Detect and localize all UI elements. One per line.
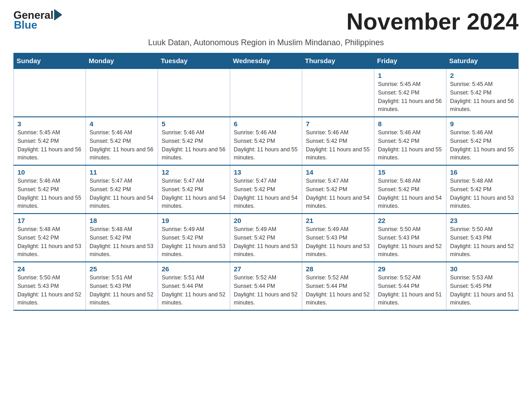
day-number: 29 bbox=[378, 265, 442, 273]
day-number: 22 bbox=[378, 217, 442, 224]
day-info: Sunrise: 5:52 AMSunset: 5:44 PMDaylight:… bbox=[306, 274, 370, 307]
day-number: 26 bbox=[162, 265, 226, 273]
day-number: 18 bbox=[90, 217, 154, 224]
calendar-cell bbox=[302, 68, 374, 117]
day-info: Sunrise: 5:46 AMSunset: 5:42 PMDaylight:… bbox=[17, 177, 82, 210]
day-info: Sunrise: 5:46 AMSunset: 5:42 PMDaylight:… bbox=[234, 128, 298, 162]
calendar-cell: 29Sunrise: 5:52 AMSunset: 5:44 PMDayligh… bbox=[374, 262, 446, 310]
day-number: 8 bbox=[378, 120, 442, 128]
day-info: Sunrise: 5:46 AMSunset: 5:42 PMDaylight:… bbox=[90, 128, 154, 162]
calendar-cell: 25Sunrise: 5:51 AMSunset: 5:43 PMDayligh… bbox=[86, 262, 158, 310]
day-number: 3 bbox=[17, 120, 82, 128]
location-subtitle: Luuk Datan, Autonomous Region in Muslim … bbox=[13, 38, 519, 47]
day-number: 1 bbox=[378, 72, 442, 79]
calendar-cell: 20Sunrise: 5:49 AMSunset: 5:42 PMDayligh… bbox=[230, 214, 302, 262]
day-info: Sunrise: 5:47 AMSunset: 5:42 PMDaylight:… bbox=[234, 177, 298, 210]
col-tuesday: Tuesday bbox=[158, 53, 230, 69]
day-info: Sunrise: 5:46 AMSunset: 5:42 PMDaylight:… bbox=[306, 128, 370, 162]
calendar-week-4: 17Sunrise: 5:48 AMSunset: 5:42 PMDayligh… bbox=[14, 214, 519, 262]
logo: General Blue bbox=[13, 9, 62, 31]
header-row: Sunday Monday Tuesday Wednesday Thursday… bbox=[14, 53, 519, 69]
day-number: 16 bbox=[450, 168, 515, 176]
day-number: 9 bbox=[450, 120, 515, 128]
day-info: Sunrise: 5:46 AMSunset: 5:42 PMDaylight:… bbox=[378, 128, 442, 162]
col-thursday: Thursday bbox=[302, 53, 374, 69]
logo-blue-text: Blue bbox=[14, 19, 62, 31]
day-number: 24 bbox=[17, 265, 82, 273]
day-number: 21 bbox=[306, 217, 370, 224]
day-info: Sunrise: 5:48 AMSunset: 5:42 PMDaylight:… bbox=[90, 225, 154, 259]
day-info: Sunrise: 5:45 AMSunset: 5:42 PMDaylight:… bbox=[378, 80, 442, 114]
calendar-table: Sunday Monday Tuesday Wednesday Thursday… bbox=[13, 53, 519, 311]
day-info: Sunrise: 5:46 AMSunset: 5:42 PMDaylight:… bbox=[450, 128, 515, 162]
calendar-cell: 15Sunrise: 5:48 AMSunset: 5:42 PMDayligh… bbox=[374, 165, 446, 214]
day-number: 20 bbox=[234, 217, 298, 224]
day-info: Sunrise: 5:52 AMSunset: 5:44 PMDaylight:… bbox=[234, 274, 298, 307]
day-info: Sunrise: 5:51 AMSunset: 5:43 PMDaylight:… bbox=[90, 274, 154, 307]
calendar-cell: 11Sunrise: 5:47 AMSunset: 5:42 PMDayligh… bbox=[86, 165, 158, 214]
day-number: 23 bbox=[450, 217, 515, 224]
day-info: Sunrise: 5:52 AMSunset: 5:44 PMDaylight:… bbox=[378, 274, 442, 307]
day-info: Sunrise: 5:50 AMSunset: 5:43 PMDaylight:… bbox=[17, 274, 82, 307]
day-info: Sunrise: 5:47 AMSunset: 5:42 PMDaylight:… bbox=[90, 177, 154, 210]
calendar-week-3: 10Sunrise: 5:46 AMSunset: 5:42 PMDayligh… bbox=[14, 165, 519, 214]
calendar-cell bbox=[230, 68, 302, 117]
day-number: 25 bbox=[90, 265, 154, 273]
calendar-cell: 6Sunrise: 5:46 AMSunset: 5:42 PMDaylight… bbox=[230, 117, 302, 165]
calendar-cell: 16Sunrise: 5:48 AMSunset: 5:42 PMDayligh… bbox=[446, 165, 519, 214]
col-monday: Monday bbox=[86, 53, 158, 69]
month-title: November 2024 bbox=[347, 9, 519, 34]
day-info: Sunrise: 5:45 AMSunset: 5:42 PMDaylight:… bbox=[450, 80, 515, 114]
day-info: Sunrise: 5:49 AMSunset: 5:42 PMDaylight:… bbox=[162, 225, 226, 259]
col-saturday: Saturday bbox=[446, 53, 519, 69]
day-number: 10 bbox=[17, 168, 82, 176]
day-number: 11 bbox=[90, 168, 154, 176]
day-number: 4 bbox=[90, 120, 154, 128]
calendar-cell bbox=[86, 68, 158, 117]
calendar-cell: 19Sunrise: 5:49 AMSunset: 5:42 PMDayligh… bbox=[158, 214, 230, 262]
calendar-cell: 27Sunrise: 5:52 AMSunset: 5:44 PMDayligh… bbox=[230, 262, 302, 310]
day-number: 2 bbox=[450, 72, 515, 79]
day-info: Sunrise: 5:51 AMSunset: 5:44 PMDaylight:… bbox=[162, 274, 226, 307]
calendar-cell bbox=[14, 68, 86, 117]
day-info: Sunrise: 5:46 AMSunset: 5:42 PMDaylight:… bbox=[162, 128, 226, 162]
calendar-cell: 5Sunrise: 5:46 AMSunset: 5:42 PMDaylight… bbox=[158, 117, 230, 165]
col-friday: Friday bbox=[374, 53, 446, 69]
day-info: Sunrise: 5:49 AMSunset: 5:42 PMDaylight:… bbox=[234, 225, 298, 259]
calendar-cell: 22Sunrise: 5:50 AMSunset: 5:43 PMDayligh… bbox=[374, 214, 446, 262]
calendar-cell: 23Sunrise: 5:50 AMSunset: 5:43 PMDayligh… bbox=[446, 214, 519, 262]
day-number: 13 bbox=[234, 168, 298, 176]
col-sunday: Sunday bbox=[14, 53, 86, 69]
col-wednesday: Wednesday bbox=[230, 53, 302, 69]
calendar-cell: 17Sunrise: 5:48 AMSunset: 5:42 PMDayligh… bbox=[14, 214, 86, 262]
day-info: Sunrise: 5:50 AMSunset: 5:43 PMDaylight:… bbox=[378, 225, 442, 259]
day-number: 6 bbox=[234, 120, 298, 128]
calendar-cell: 7Sunrise: 5:46 AMSunset: 5:42 PMDaylight… bbox=[302, 117, 374, 165]
calendar-cell: 4Sunrise: 5:46 AMSunset: 5:42 PMDaylight… bbox=[86, 117, 158, 165]
day-info: Sunrise: 5:47 AMSunset: 5:42 PMDaylight:… bbox=[306, 177, 370, 210]
day-info: Sunrise: 5:50 AMSunset: 5:43 PMDaylight:… bbox=[450, 225, 515, 259]
calendar-cell: 21Sunrise: 5:49 AMSunset: 5:43 PMDayligh… bbox=[302, 214, 374, 262]
day-number: 12 bbox=[162, 168, 226, 176]
calendar-week-1: 1Sunrise: 5:45 AMSunset: 5:42 PMDaylight… bbox=[14, 68, 519, 117]
calendar-cell: 24Sunrise: 5:50 AMSunset: 5:43 PMDayligh… bbox=[14, 262, 86, 310]
calendar-cell: 26Sunrise: 5:51 AMSunset: 5:44 PMDayligh… bbox=[158, 262, 230, 310]
day-number: 7 bbox=[306, 120, 370, 128]
calendar-cell: 10Sunrise: 5:46 AMSunset: 5:42 PMDayligh… bbox=[14, 165, 86, 214]
calendar-cell: 12Sunrise: 5:47 AMSunset: 5:42 PMDayligh… bbox=[158, 165, 230, 214]
calendar-cell: 1Sunrise: 5:45 AMSunset: 5:42 PMDaylight… bbox=[374, 68, 446, 117]
calendar-cell: 8Sunrise: 5:46 AMSunset: 5:42 PMDaylight… bbox=[374, 117, 446, 165]
calendar-cell: 9Sunrise: 5:46 AMSunset: 5:42 PMDaylight… bbox=[446, 117, 519, 165]
calendar-cell: 13Sunrise: 5:47 AMSunset: 5:42 PMDayligh… bbox=[230, 165, 302, 214]
calendar-body: 1Sunrise: 5:45 AMSunset: 5:42 PMDaylight… bbox=[14, 68, 519, 310]
day-info: Sunrise: 5:49 AMSunset: 5:43 PMDaylight:… bbox=[306, 225, 370, 259]
day-number: 17 bbox=[17, 217, 82, 224]
day-number: 30 bbox=[450, 265, 515, 273]
calendar-week-5: 24Sunrise: 5:50 AMSunset: 5:43 PMDayligh… bbox=[14, 262, 519, 310]
calendar-cell bbox=[158, 68, 230, 117]
calendar-cell: 14Sunrise: 5:47 AMSunset: 5:42 PMDayligh… bbox=[302, 165, 374, 214]
day-number: 14 bbox=[306, 168, 370, 176]
day-info: Sunrise: 5:47 AMSunset: 5:42 PMDaylight:… bbox=[162, 177, 226, 210]
day-info: Sunrise: 5:48 AMSunset: 5:42 PMDaylight:… bbox=[450, 177, 515, 210]
calendar-cell: 18Sunrise: 5:48 AMSunset: 5:42 PMDayligh… bbox=[86, 214, 158, 262]
